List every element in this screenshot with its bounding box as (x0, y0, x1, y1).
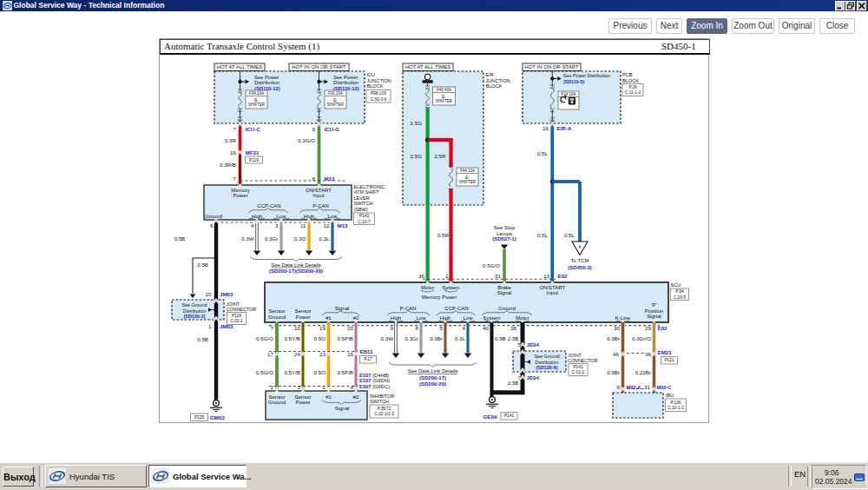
svg-text:Low: Low (463, 315, 473, 321)
svg-text:HOT IN ON OR START: HOT IN ON OR START (292, 64, 346, 70)
svg-text:JM03: JM03 (220, 291, 233, 297)
svg-text:0.5G/O: 0.5G/O (256, 335, 273, 341)
svg-text:0.3L: 0.3L (455, 335, 466, 341)
svg-text:To TCM: To TCM (571, 258, 589, 263)
svg-text:0.3Br: 0.3Br (607, 369, 620, 375)
svg-text:Power: Power (295, 315, 310, 320)
svg-text:C.11-1-2: C.11-1-2 (625, 90, 641, 95)
svg-text:P119: P119 (249, 158, 259, 162)
svg-text:36: 36 (418, 273, 424, 279)
svg-text:1: 1 (208, 323, 212, 329)
svg-text:Low: Low (416, 315, 426, 321)
svg-text:JUNCTION: JUNCTION (486, 78, 510, 83)
svg-text:See Power: See Power (333, 75, 358, 80)
svg-text:C.02-2: C.02-2 (572, 370, 585, 374)
svg-text:P-CAN: P-CAN (312, 203, 329, 209)
svg-text:ICU-C: ICU-C (246, 126, 261, 132)
svg-text:7: 7 (233, 175, 237, 182)
svg-text:1: 1 (323, 384, 326, 390)
svg-text:Lamps: Lamps (496, 231, 512, 236)
svg-text:JM03: JM03 (220, 323, 233, 329)
svg-text:0.5B: 0.5B (174, 235, 186, 242)
svg-text:GE09: GE09 (483, 414, 497, 420)
svg-text:13: 13 (543, 273, 549, 279)
svg-text:Distribution: Distribution (333, 80, 358, 85)
svg-text:#1: #1 (326, 315, 332, 321)
svg-text:0.3O: 0.3O (294, 235, 306, 242)
svg-text:8: 8 (416, 325, 419, 331)
svg-text:0.3Br: 0.3Br (430, 335, 443, 341)
svg-text:Signal: Signal (647, 314, 661, 319)
svg-text:High: High (252, 214, 262, 219)
svg-text:System: System (442, 285, 459, 290)
svg-text:F14 10A: F14 10A (561, 92, 575, 96)
svg-text:P141: P141 (504, 414, 515, 418)
svg-text:Ground: Ground (268, 400, 286, 405)
svg-text:36: 36 (645, 351, 651, 357)
svg-text:3: 3 (275, 222, 279, 228)
svg-text:31: 31 (495, 273, 501, 279)
svg-text:24: 24 (294, 351, 300, 357)
svg-text:0.3W: 0.3W (241, 235, 254, 242)
svg-text:Distribution: Distribution (254, 80, 279, 85)
svg-text:38: 38 (510, 325, 516, 331)
svg-text:M13: M13 (338, 222, 349, 228)
svg-text:E107 (D4HB): E107 (D4HB) (359, 373, 390, 378)
svg-text:(SD200-17): (SD200-17) (419, 375, 446, 381)
svg-text:(SD200-20): (SD200-20) (419, 381, 446, 387)
svg-text:Sensor: Sensor (294, 394, 311, 400)
svg-text:2.5B: 2.5B (508, 335, 519, 341)
svg-text:MF31: MF31 (246, 149, 260, 156)
svg-text:C.20-5: C.20-5 (674, 295, 687, 300)
svg-text:Low: Low (276, 214, 286, 219)
svg-text:Power: Power (233, 193, 247, 198)
svg-text:Signal: Signal (497, 290, 512, 295)
svg-text:10: 10 (294, 325, 300, 331)
svg-text:0.5O: 0.5O (314, 335, 326, 341)
svg-text:P.26: P.26 (628, 85, 637, 89)
svg-text:CONNECTOR: CONNECTOR (568, 358, 598, 363)
svg-text:Position: Position (645, 308, 663, 314)
svg-text:SHIFTER: SHIFTER (248, 103, 266, 107)
svg-text:0.5L: 0.5L (537, 232, 549, 238)
svg-text:See Power Distribution: See Power Distribution (563, 73, 610, 78)
svg-text:4: 4 (463, 325, 466, 331)
svg-text:CCP-CAN: CCP-CAN (444, 306, 468, 311)
svg-text:GM02: GM02 (210, 414, 225, 420)
svg-text:High: High (440, 315, 450, 321)
svg-text:E02: E02 (658, 325, 668, 331)
svg-text:F20 10A: F20 10A (328, 91, 343, 96)
svg-text:ICU: ICU (367, 72, 376, 77)
svg-text:Distribution: Distribution (536, 360, 559, 365)
svg-text:40: 40 (483, 325, 489, 331)
svg-text:Signal: Signal (335, 306, 350, 311)
svg-text:'P': 'P' (651, 302, 656, 308)
svg-text:2.5G: 2.5G (411, 120, 423, 126)
svg-text:SHIFTER: SHIFTER (436, 99, 453, 103)
svg-text:E-: E- (333, 98, 338, 103)
svg-text:4: 4 (351, 384, 354, 390)
svg-text:BLOCK: BLOCK (367, 83, 384, 89)
svg-text:19: 19 (319, 325, 326, 331)
svg-text:SCU: SCU (671, 282, 681, 288)
svg-text:10: 10 (206, 291, 212, 297)
svg-text:0.3Gr: 0.3Gr (405, 335, 418, 341)
svg-text:ON/START: ON/START (539, 285, 565, 290)
svg-text:16: 16 (542, 125, 549, 131)
svg-text:16: 16 (230, 149, 236, 156)
svg-text:0.5Y/B: 0.5Y/B (284, 335, 300, 341)
svg-text:HOT IN ON OR START: HOT IN ON OR START (524, 64, 579, 70)
svg-text:IBU: IBU (666, 393, 674, 398)
svg-text:5: 5 (518, 341, 522, 348)
svg-text:2.5R: 2.5R (434, 153, 446, 159)
svg-text:0.5G/O: 0.5G/O (256, 369, 273, 375)
svg-text:#1: #1 (326, 394, 332, 400)
svg-text:Input: Input (312, 193, 325, 198)
svg-text:Sensor: Sensor (268, 394, 285, 400)
svg-text:SWITCH: SWITCH (370, 399, 389, 404)
svg-text:P125: P125 (194, 415, 205, 420)
svg-text:0.5P/B: 0.5P/B (337, 369, 353, 375)
svg-text:7: 7 (271, 325, 274, 331)
svg-text:12: 12 (324, 222, 330, 228)
svg-text:0.3L: 0.3L (319, 235, 330, 242)
